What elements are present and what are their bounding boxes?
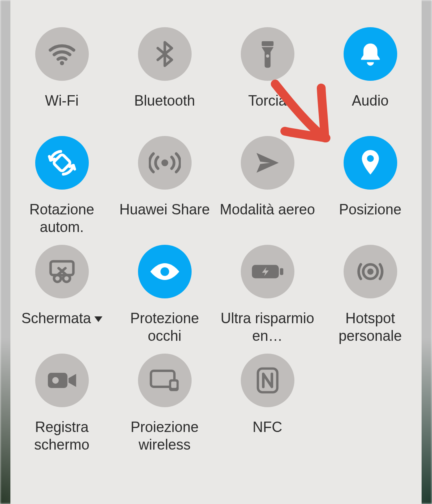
tile-label: Ultra risparmio en… xyxy=(220,310,316,345)
rotate-icon xyxy=(47,148,77,178)
tile-label-text: Schermata xyxy=(21,310,91,326)
toggle-audio[interactable] xyxy=(344,27,397,81)
screen-record-icon xyxy=(47,370,77,391)
tile-powersave: Ultra risparmio en… xyxy=(216,245,319,354)
tile-torch: Torcia xyxy=(216,27,319,136)
quick-settings-panel: Wi-Fi Bluetooth Torcia xyxy=(0,0,432,504)
chevron-down-icon xyxy=(94,316,102,322)
tile-label: Huawei Share xyxy=(119,201,210,218)
toggle-torch[interactable] xyxy=(241,27,294,81)
svg-rect-1 xyxy=(262,41,274,46)
toggle-hotspot[interactable] xyxy=(344,245,397,298)
tile-screenrec: Registra schermo xyxy=(10,354,113,462)
toggle-screenrec[interactable] xyxy=(35,354,89,407)
toggle-powersave[interactable] xyxy=(241,245,294,298)
svg-point-0 xyxy=(60,61,64,65)
tile-label: Bluetooth xyxy=(134,92,195,110)
tile-empty xyxy=(319,354,422,462)
tile-label-dropdown[interactable]: Schermata xyxy=(21,310,102,327)
svg-rect-6 xyxy=(50,261,73,275)
battery-saver-icon xyxy=(251,262,284,282)
tile-label: Proiezione wireless xyxy=(117,418,213,454)
svg-point-4 xyxy=(161,159,168,166)
airplane-icon xyxy=(253,148,282,178)
toggle-autorotate[interactable] xyxy=(35,136,89,190)
svg-point-15 xyxy=(52,377,58,384)
cast-icon xyxy=(149,368,181,392)
svg-rect-3 xyxy=(53,154,71,172)
toggle-nfc[interactable] xyxy=(241,354,294,407)
svg-point-9 xyxy=(160,267,169,276)
tile-label: Modalità aereo xyxy=(220,201,315,218)
toggle-bluetooth[interactable] xyxy=(138,27,192,81)
toggle-screenshot[interactable] xyxy=(35,245,89,298)
svg-rect-18 xyxy=(171,382,176,388)
tile-label: NFC xyxy=(253,418,282,436)
tile-label: Registra schermo xyxy=(14,418,110,454)
tile-location: Posizione xyxy=(319,136,422,245)
toggle-cast[interactable] xyxy=(138,354,192,407)
bluetooth-icon xyxy=(151,40,179,68)
toggle-airplane[interactable] xyxy=(241,136,294,190)
tile-label: Posizione xyxy=(339,201,401,218)
tile-screenshot: Schermata xyxy=(10,245,113,354)
screenshot-icon xyxy=(47,258,77,285)
toggle-location[interactable] xyxy=(344,136,397,190)
broadcast-icon xyxy=(149,149,181,177)
flashlight-icon xyxy=(256,39,280,69)
hotspot-icon xyxy=(356,257,385,286)
svg-point-12 xyxy=(367,268,374,275)
bell-icon xyxy=(356,40,384,68)
tile-bluetooth: Bluetooth xyxy=(113,27,216,136)
toggle-grid: Wi-Fi Bluetooth Torcia xyxy=(10,0,422,504)
svg-point-2 xyxy=(266,54,269,58)
tile-cast: Proiezione wireless xyxy=(113,354,216,462)
tile-label: Hotspot personale xyxy=(322,310,418,345)
tile-label: Torcia xyxy=(248,92,286,110)
tile-label: Audio xyxy=(352,92,388,110)
nfc-icon xyxy=(255,366,280,394)
tile-hotspot: Hotspot personale xyxy=(319,245,422,354)
eye-icon xyxy=(149,261,180,282)
tile-label: Rotazione autom. xyxy=(14,201,110,236)
tile-huaweishare: Huawei Share xyxy=(113,136,216,245)
tile-autorotate: Rotazione autom. xyxy=(10,136,113,245)
wifi-icon xyxy=(46,38,78,70)
tile-label: Wi-Fi xyxy=(45,92,79,110)
tile-label: Protezione occhi xyxy=(117,310,213,345)
toggle-eyecare[interactable] xyxy=(138,245,192,298)
location-pin-icon xyxy=(358,148,383,178)
tile-eyecare: Protezione occhi xyxy=(113,245,216,354)
tile-nfc: NFC xyxy=(216,354,319,462)
tile-airplane: Modalità aereo xyxy=(216,136,319,245)
toggle-huaweishare[interactable] xyxy=(138,136,192,190)
toggle-wifi[interactable] xyxy=(35,27,89,81)
svg-rect-11 xyxy=(280,268,283,275)
svg-point-5 xyxy=(367,155,374,162)
tile-wifi: Wi-Fi xyxy=(10,27,113,136)
tile-audio: Audio xyxy=(319,27,422,136)
